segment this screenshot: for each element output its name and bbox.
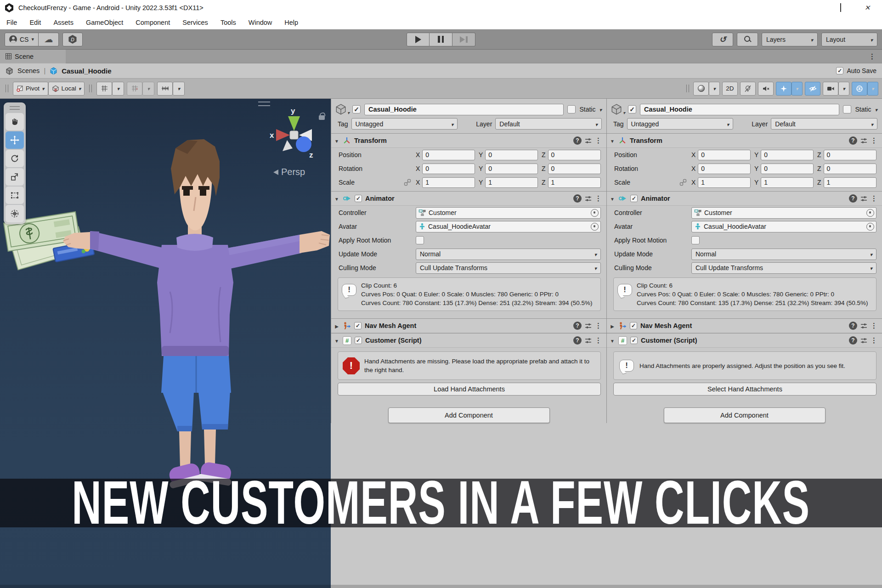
menu-assets[interactable]: Assets — [53, 19, 74, 26]
effects-toggle-button[interactable] — [776, 82, 792, 96]
foldout-open-icon[interactable] — [334, 194, 339, 203]
gameobject-active-checkbox[interactable] — [628, 105, 636, 113]
help-icon[interactable] — [573, 136, 582, 145]
presets-icon[interactable] — [585, 338, 592, 344]
apply-root-motion-checkbox[interactable] — [691, 236, 700, 244]
projection-toggle[interactable]: Persp — [273, 167, 305, 177]
culling-mode-dropdown[interactable]: Cull Update Transforms — [691, 262, 876, 274]
presets-icon[interactable] — [585, 138, 592, 144]
snap-increment-caret[interactable] — [173, 82, 185, 96]
grid-snap-caret[interactable] — [142, 82, 154, 96]
tab-options-kebab-icon[interactable] — [862, 52, 882, 61]
animator-component-header[interactable]: Animator — [331, 191, 606, 206]
help-icon[interactable] — [849, 194, 857, 203]
rotation-z-field[interactable]: 0 — [548, 164, 601, 174]
add-component-button[interactable]: Add Component — [388, 407, 550, 423]
presets-icon[interactable] — [860, 323, 867, 329]
palette-drag-handle-icon[interactable] — [10, 106, 20, 110]
foldout-closed-icon[interactable] — [334, 322, 339, 330]
gizmo-back-axis-2[interactable] — [283, 140, 293, 151]
update-mode-dropdown[interactable]: Normal — [691, 249, 876, 260]
help-icon[interactable] — [573, 194, 582, 203]
kebab-menu-icon[interactable] — [871, 322, 877, 330]
kebab-menu-icon[interactable] — [595, 194, 602, 203]
layout-dropdown[interactable]: Layout — [821, 33, 877, 46]
object-picker-icon[interactable] — [866, 223, 874, 231]
gizmo-x-label[interactable]: x — [270, 131, 274, 140]
gizmo-y-axis[interactable] — [288, 116, 300, 131]
object-picker-icon[interactable] — [866, 209, 874, 217]
camera-settings-caret[interactable] — [838, 82, 849, 96]
rotate-tool[interactable] — [6, 150, 24, 167]
help-icon[interactable] — [573, 322, 582, 330]
gameobject-icon[interactable] — [611, 103, 624, 115]
search-button[interactable] — [737, 33, 758, 46]
kebab-menu-icon[interactable] — [595, 322, 602, 330]
padlock-unlocked-icon[interactable] — [319, 115, 325, 120]
rect-tool[interactable] — [6, 187, 24, 204]
animator-enabled-checkbox[interactable] — [630, 195, 638, 202]
menu-help[interactable]: Help — [284, 19, 298, 26]
animator-enabled-checkbox[interactable] — [355, 195, 362, 202]
gameobject-name-field[interactable]: Casual_Hoodie — [364, 104, 564, 115]
help-icon[interactable] — [849, 336, 857, 345]
drag-handle-icon[interactable] — [89, 85, 92, 92]
position-x-field[interactable]: 0 — [422, 150, 475, 160]
layers-dropdown[interactable]: Layers — [762, 33, 818, 46]
nav-mesh-agent-header[interactable]: Nav Mesh Agent — [331, 318, 606, 333]
culling-mode-dropdown[interactable]: Cull Update Transforms — [416, 262, 601, 274]
gizmos-caret[interactable] — [867, 82, 878, 96]
shading-mode-caret[interactable] — [709, 82, 720, 96]
static-checkbox[interactable] — [567, 105, 576, 113]
minimize-button[interactable] — [804, 2, 824, 14]
drag-handle-icon[interactable] — [686, 85, 689, 92]
kebab-menu-icon[interactable] — [871, 194, 877, 203]
effects-caret[interactable] — [792, 82, 803, 96]
position-x-field[interactable]: 0 — [698, 150, 751, 160]
presets-icon[interactable] — [860, 338, 867, 344]
link-broken-icon[interactable] — [404, 179, 411, 186]
apply-root-motion-checkbox[interactable] — [416, 236, 424, 244]
help-icon[interactable] — [849, 136, 857, 145]
position-z-field[interactable]: 0 — [548, 150, 601, 160]
menu-component[interactable]: Component — [136, 19, 170, 26]
static-checkbox[interactable] — [843, 105, 851, 113]
scene-audio-button[interactable] — [758, 82, 774, 96]
grid-snap-button[interactable] — [127, 82, 142, 96]
customer-script-header[interactable]: # Customer (Script) — [607, 333, 882, 348]
kebab-menu-icon[interactable] — [871, 136, 877, 145]
position-y-field[interactable]: 0 — [485, 150, 538, 160]
object-picker-icon[interactable] — [591, 209, 599, 217]
rotation-x-field[interactable]: 0 — [422, 164, 475, 174]
help-icon[interactable] — [573, 336, 582, 345]
controller-object-field[interactable]: Customer — [691, 207, 876, 219]
maximize-button[interactable] — [831, 2, 851, 14]
scene-lighting-button[interactable] — [740, 82, 756, 96]
shading-mode-button[interactable] — [693, 82, 709, 96]
breadcrumb-scenes[interactable]: Scenes — [17, 67, 40, 74]
script-enabled-checkbox[interactable] — [355, 337, 362, 344]
version-control-button[interactable] — [62, 33, 83, 46]
gameobject-name-field[interactable]: Casual_Hoodie — [640, 104, 839, 115]
step-button[interactable] — [452, 33, 475, 46]
auto-save-toggle[interactable]: Auto Save — [836, 67, 876, 74]
tab-scene[interactable]: Scene — [0, 50, 66, 63]
scale-z-field[interactable]: 1 — [548, 177, 601, 188]
animator-component-header[interactable]: Animator — [607, 191, 882, 206]
foldout-open-icon[interactable] — [610, 336, 615, 345]
move-tool[interactable] — [6, 131, 24, 149]
hidden-objects-button[interactable] — [805, 82, 820, 96]
foldout-open-icon[interactable] — [334, 336, 339, 345]
script-enabled-checkbox[interactable] — [630, 337, 638, 344]
kebab-menu-icon[interactable] — [871, 336, 877, 345]
scale-x-field[interactable]: 1 — [698, 177, 751, 188]
account-dropdown[interactable]: CS — [5, 33, 39, 46]
presets-icon[interactable] — [585, 323, 592, 329]
hand-attachments-button[interactable]: Select Hand Attachments — [613, 383, 876, 396]
position-z-field[interactable]: 0 — [824, 150, 876, 160]
scene-orientation-gizmo[interactable]: y x z — [264, 105, 328, 165]
menu-window[interactable]: Window — [249, 19, 272, 26]
transform-component-header[interactable]: Transform — [607, 133, 882, 148]
menu-services[interactable]: Services — [182, 19, 208, 26]
play-button[interactable] — [407, 33, 430, 46]
